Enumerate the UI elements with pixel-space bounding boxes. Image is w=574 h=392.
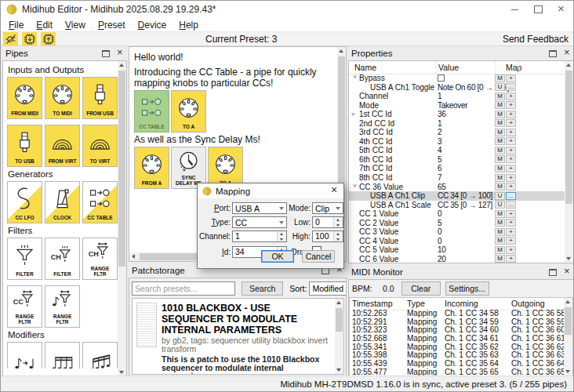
map-options-button[interactable]: … bbox=[506, 192, 516, 200]
checkbox[interactable] bbox=[438, 74, 445, 82]
channel-spinner[interactable]: 1 bbox=[232, 230, 287, 242]
map-button[interactable]: M bbox=[495, 165, 505, 172]
property-value-cell[interactable] bbox=[435, 74, 495, 83]
expand-arrow-icon[interactable] bbox=[351, 219, 358, 227]
property-value-cell[interactable]: 1 bbox=[435, 92, 495, 101]
expand-arrow-icon[interactable] bbox=[351, 201, 358, 209]
settings-button[interactable]: Settings... bbox=[445, 281, 489, 296]
map-options-button[interactable]: + bbox=[506, 255, 516, 263]
property-value-cell[interactable]: CC 34 [0 → 100] bbox=[435, 191, 495, 201]
pipe-tile[interactable]: FROM VIRT bbox=[45, 125, 80, 167]
map-button[interactable]: M bbox=[495, 255, 505, 263]
spin-down-icon[interactable] bbox=[334, 237, 343, 242]
map-options-button[interactable]: + bbox=[506, 165, 516, 172]
scrollbar-thumb[interactable] bbox=[565, 71, 572, 204]
pipe-tile[interactable] bbox=[82, 342, 118, 368]
property-row[interactable]: CC 2 Value 5 M+ bbox=[349, 219, 565, 228]
property-row[interactable]: CC 6 Value 20 M+ bbox=[349, 255, 565, 263]
high-spinner[interactable]: 100 bbox=[312, 230, 343, 242]
expand-arrow-icon[interactable] bbox=[351, 245, 358, 254]
toolbar-button[interactable] bbox=[41, 32, 56, 45]
property-value-cell[interactable]: 0 bbox=[435, 227, 495, 237]
property-row[interactable]: 1st CC Id 36 M+ bbox=[349, 110, 565, 119]
pipe-tile[interactable]: CCRANGE FLTR bbox=[7, 285, 42, 328]
property-value-cell[interactable]: 0 bbox=[435, 237, 495, 246]
pipe-tile[interactable]: FROM USB bbox=[82, 77, 118, 119]
scroll-left-icon[interactable] bbox=[129, 252, 138, 261]
property-row[interactable]: Mode Takeover M+ bbox=[349, 101, 565, 111]
map-button[interactable]: M bbox=[495, 237, 505, 245]
scroll-down-icon[interactable] bbox=[564, 367, 572, 376]
menu-item[interactable]: Help bbox=[173, 20, 205, 31]
map-options-button[interactable]: + bbox=[506, 137, 516, 145]
property-value-cell[interactable]: 20 bbox=[435, 255, 495, 263]
pipe-tile[interactable]: CC TABLE bbox=[82, 181, 118, 223]
expand-arrow-icon[interactable] bbox=[351, 146, 358, 154]
midi-monitor-scrollbar[interactable] bbox=[564, 298, 572, 376]
property-value-cell[interactable]: 5 bbox=[435, 219, 495, 228]
map-button[interactable]: U bbox=[495, 83, 505, 91]
scroll-up-icon[interactable] bbox=[337, 47, 346, 56]
expand-arrow-icon[interactable] bbox=[351, 75, 359, 82]
pipes-scrollbar[interactable] bbox=[118, 61, 126, 376]
map-options-button[interactable]: + bbox=[506, 210, 516, 218]
map-options-button[interactable]: + bbox=[506, 183, 516, 191]
property-row[interactable]: USB A Ch1 Clip CC 34 [0 → 100] U… bbox=[349, 191, 565, 201]
expand-arrow-icon[interactable] bbox=[351, 119, 358, 128]
pipe-tile[interactable]: CHFILTER bbox=[45, 238, 80, 280]
scroll-up-icon[interactable] bbox=[564, 298, 572, 307]
map-button[interactable]: M bbox=[495, 93, 505, 100]
map-button[interactable]: U bbox=[495, 201, 505, 209]
properties-scrollbar[interactable] bbox=[565, 61, 573, 263]
maximize-button[interactable] bbox=[526, 1, 550, 18]
map-options-button[interactable]: + bbox=[506, 228, 516, 236]
property-value-cell[interactable]: 36 bbox=[435, 110, 495, 119]
scroll-down-icon[interactable] bbox=[335, 365, 343, 374]
property-row[interactable]: CC 3 Value 0 M+ bbox=[349, 227, 565, 237]
map-options-button[interactable]: + bbox=[506, 119, 516, 127]
expand-arrow-icon[interactable] bbox=[351, 173, 358, 182]
mapping-dialog-titlebar[interactable]: Mapping bbox=[198, 183, 343, 198]
spin-down-icon[interactable] bbox=[334, 223, 343, 228]
property-row[interactable]: CC 36 Value 65 M+ bbox=[349, 183, 565, 192]
map-button[interactable]: M bbox=[495, 228, 505, 236]
map-button[interactable]: M bbox=[495, 111, 505, 118]
expand-arrow-icon[interactable] bbox=[351, 209, 358, 218]
pipeline-tile[interactable]: TO A bbox=[171, 90, 206, 132]
type-dropdown[interactable]: CC bbox=[232, 216, 287, 228]
property-value-cell[interactable]: 1 bbox=[435, 119, 495, 129]
map-button[interactable]: M bbox=[495, 147, 505, 154]
map-options-button[interactable]: + bbox=[506, 155, 516, 163]
map-button[interactable]: M bbox=[495, 155, 505, 163]
map-button[interactable]: U bbox=[495, 192, 505, 200]
map-options-button[interactable]: + bbox=[506, 174, 516, 182]
menu-item[interactable]: File bbox=[2, 20, 30, 31]
toolbar-button[interactable] bbox=[22, 32, 37, 45]
map-options-button[interactable]: + bbox=[506, 246, 516, 254]
property-row[interactable]: 8th CC Id 7 M+ bbox=[349, 173, 565, 183]
pipeline-tile[interactable]: FROM A bbox=[134, 147, 169, 189]
map-button[interactable]: M bbox=[495, 119, 505, 127]
expand-arrow-icon[interactable] bbox=[351, 191, 358, 200]
scroll-up-icon[interactable] bbox=[335, 299, 343, 307]
map-options-button[interactable]: + bbox=[506, 237, 516, 245]
float-panel-icon[interactable] bbox=[549, 50, 557, 57]
expand-arrow-icon[interactable] bbox=[351, 237, 358, 245]
map-button[interactable]: M bbox=[495, 219, 505, 227]
map-options-button[interactable]: + bbox=[506, 147, 516, 154]
property-row[interactable]: CC 5 Value 10 M+ bbox=[349, 245, 565, 255]
menu-item[interactable]: Edit bbox=[30, 20, 59, 31]
send-feedback-link[interactable]: Send Feedback bbox=[503, 34, 569, 45]
expand-arrow-icon[interactable] bbox=[351, 227, 358, 236]
property-row[interactable]: USB A Ch1 Scale CC 35 [0 → 127] U… bbox=[349, 201, 565, 210]
close-panel-icon[interactable] bbox=[564, 269, 571, 276]
map-options-button[interactable]: + bbox=[506, 129, 516, 136]
expand-arrow-icon[interactable] bbox=[351, 83, 358, 92]
map-button[interactable]: M bbox=[495, 101, 505, 109]
map-button[interactable]: M bbox=[495, 137, 505, 145]
close-button[interactable] bbox=[550, 1, 573, 18]
float-panel-icon[interactable] bbox=[102, 50, 110, 57]
expand-arrow-icon[interactable] bbox=[351, 92, 358, 100]
expand-arrow-icon[interactable] bbox=[351, 155, 358, 164]
scroll-up-icon[interactable] bbox=[118, 61, 126, 70]
